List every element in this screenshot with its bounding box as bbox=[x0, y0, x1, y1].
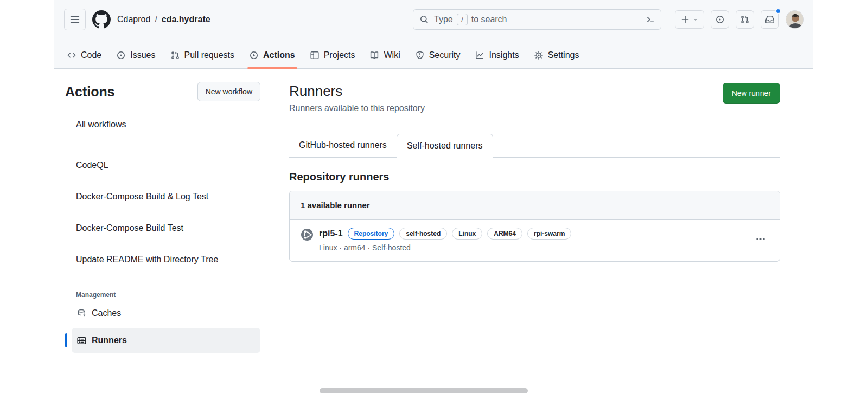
breadcrumb-repo[interactable]: cda.hydrate bbox=[162, 15, 210, 24]
code-icon bbox=[67, 51, 76, 60]
sidebar-item-runners[interactable]: Runners bbox=[72, 328, 260, 353]
tab-label: Wiki bbox=[384, 50, 400, 60]
new-runner-button[interactable]: New runner bbox=[723, 83, 780, 104]
tab-wiki[interactable]: Wiki bbox=[362, 42, 407, 68]
title-row: Runners Runners available to this reposi… bbox=[289, 83, 780, 113]
runner-label-self-hosted: self-hosted bbox=[399, 228, 447, 240]
page-body: Actions New workflow All workflows CodeQ… bbox=[54, 69, 813, 400]
tab-security[interactable]: Security bbox=[408, 42, 468, 68]
issue-opened-icon bbox=[716, 15, 724, 24]
repo-nav-tabs: Code Issues Pull r bbox=[54, 42, 813, 68]
slash-key-hint: / bbox=[457, 14, 468, 25]
gear-icon bbox=[534, 51, 543, 60]
inbox-button[interactable] bbox=[761, 10, 779, 29]
sidebar-item-label: Caches bbox=[92, 308, 121, 318]
sidebar-item-codeql[interactable]: CodeQL bbox=[65, 150, 260, 181]
chevron-down-icon bbox=[693, 17, 698, 22]
tab-label: Issues bbox=[130, 50, 155, 60]
repository-runners-heading: Repository runners bbox=[289, 171, 780, 183]
tab-code[interactable]: Code bbox=[60, 42, 109, 68]
search-input[interactable]: Type / to search bbox=[413, 9, 661, 30]
avatar-photo bbox=[786, 11, 804, 29]
runner-row: rpi5-1 Repository self-hosted Linux ARM6… bbox=[290, 220, 780, 261]
play-icon bbox=[250, 51, 258, 60]
hamburger-icon bbox=[70, 15, 80, 24]
horizontal-scrollbar-thumb[interactable] bbox=[320, 388, 528, 393]
runner-name[interactable]: rpi5-1 bbox=[319, 229, 343, 238]
tab-insights[interactable]: Insights bbox=[468, 42, 526, 68]
runner-label-arm64: ARM64 bbox=[487, 228, 522, 240]
breadcrumb-separator: / bbox=[155, 15, 157, 24]
global-header: Cdaprod / cda.hydrate Type / to search bbox=[54, 0, 813, 69]
page-title: Runners bbox=[289, 83, 425, 100]
issues-dashboard-button[interactable] bbox=[711, 10, 729, 29]
runner-visibility-badge[interactable]: Repository bbox=[348, 228, 395, 240]
tab-settings[interactable]: Settings bbox=[527, 42, 587, 68]
github-repo-runners-page: Cdaprod / cda.hydrate Type / to search bbox=[0, 0, 868, 400]
runners-card: 1 available runner bbox=[289, 191, 780, 262]
cache-icon bbox=[77, 309, 86, 318]
new-workflow-button[interactable]: New workflow bbox=[197, 82, 260, 101]
header-top-row: Cdaprod / cda.hydrate Type / to search bbox=[54, 0, 813, 30]
runner-type-tabs: GitHub-hosted runners Self-hosted runner… bbox=[289, 134, 780, 158]
tab-label: Security bbox=[429, 50, 461, 60]
sidebar-title: Actions bbox=[65, 84, 115, 100]
search-placeholder-prefix: Type bbox=[434, 15, 453, 24]
sidebar-item-update-readme[interactable]: Update README with Directory Tree bbox=[65, 244, 260, 275]
tab-label: Actions bbox=[263, 50, 295, 60]
git-pull-request-icon bbox=[741, 15, 749, 24]
sidebar-item-docker-compose-build-test[interactable]: Docker-Compose Build Test bbox=[65, 212, 260, 244]
tab-label: Code bbox=[81, 50, 101, 60]
runner-options-button[interactable] bbox=[752, 231, 769, 249]
runner-title-line: rpi5-1 Repository self-hosted Linux ARM6… bbox=[319, 228, 747, 240]
avatar[interactable] bbox=[786, 10, 804, 29]
unread-notification-dot bbox=[775, 8, 781, 14]
search-placeholder-suffix: to search bbox=[471, 15, 507, 24]
sidebar-item-caches[interactable]: Caches bbox=[72, 301, 260, 326]
pull-requests-dashboard-button[interactable] bbox=[736, 10, 754, 29]
breadcrumb-owner[interactable]: Cdaprod bbox=[117, 15, 150, 24]
search-icon bbox=[420, 15, 429, 24]
tab-self-hosted-runners[interactable]: Self-hosted runners bbox=[397, 134, 493, 158]
command-palette-icon[interactable] bbox=[646, 15, 655, 24]
actions-sidebar: Actions New workflow All workflows CodeQ… bbox=[54, 69, 278, 400]
book-icon bbox=[370, 51, 379, 60]
runners-icon bbox=[77, 336, 86, 345]
runner-label-linux: Linux bbox=[452, 228, 482, 240]
sidebar-item-label: Runners bbox=[92, 336, 127, 345]
management-section-label: Management bbox=[76, 291, 260, 299]
tab-label: Projects bbox=[324, 50, 355, 60]
tab-pull-requests[interactable]: Pull requests bbox=[163, 42, 242, 68]
workflow-list: All workflows CodeQL Docker-Compose Buil… bbox=[65, 109, 260, 280]
table-icon bbox=[310, 51, 319, 60]
tab-label: Insights bbox=[489, 50, 519, 60]
shield-icon bbox=[416, 51, 424, 60]
graph-icon bbox=[475, 51, 484, 60]
breadcrumb: Cdaprod / cda.hydrate bbox=[117, 15, 210, 24]
hamburger-menu-button[interactable] bbox=[64, 9, 86, 30]
sidebar-item-all-workflows[interactable]: All workflows bbox=[65, 109, 260, 140]
sidebar-item-docker-compose-build-log-test[interactable]: Docker-Compose Build & Log Test bbox=[65, 181, 260, 212]
app-window: Cdaprod / cda.hydrate Type / to search bbox=[54, 0, 813, 400]
tab-label: Settings bbox=[548, 50, 579, 60]
issue-opened-icon bbox=[117, 51, 125, 60]
create-new-button[interactable] bbox=[675, 10, 704, 29]
inbox-icon bbox=[765, 15, 774, 24]
runner-meta: Linux · arm64 · Self-hosted bbox=[319, 243, 747, 252]
ubuntu-logo-icon bbox=[301, 228, 314, 241]
github-logo-icon[interactable] bbox=[92, 10, 111, 29]
header-divider bbox=[668, 13, 668, 26]
plus-icon bbox=[681, 15, 690, 24]
sidebar-header: Actions New workflow bbox=[65, 82, 260, 101]
runner-count-header: 1 available runner bbox=[290, 191, 780, 220]
active-tab-underline bbox=[247, 67, 297, 69]
kebab-horizontal-icon bbox=[756, 234, 765, 244]
search-inner-divider bbox=[640, 14, 640, 25]
runner-info: rpi5-1 Repository self-hosted Linux ARM6… bbox=[319, 228, 747, 252]
search-placeholder: Type / to search bbox=[434, 14, 634, 25]
tab-issues[interactable]: Issues bbox=[109, 42, 163, 68]
tab-projects[interactable]: Projects bbox=[303, 42, 363, 68]
tab-actions[interactable]: Actions bbox=[242, 42, 303, 68]
tab-github-hosted-runners[interactable]: GitHub-hosted runners bbox=[289, 134, 397, 157]
runners-main: Runners Runners available to this reposi… bbox=[278, 69, 813, 400]
